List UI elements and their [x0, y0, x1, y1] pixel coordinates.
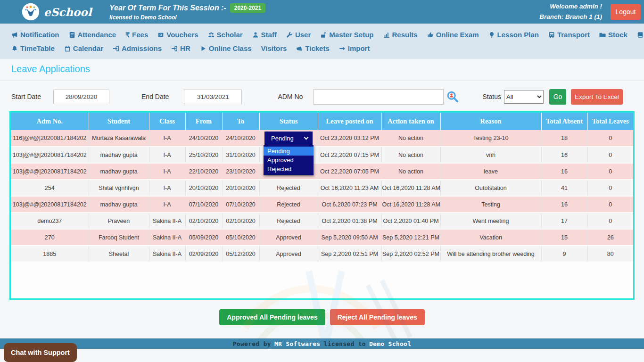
- nav-item-lesson-plan[interactable]: Lesson Plan: [488, 31, 539, 39]
- nav-item-label: Admissions: [122, 44, 162, 52]
- nav-item-timetable[interactable]: TimeTable: [11, 44, 55, 52]
- nav-item-master-setup[interactable]: Master Setup: [320, 31, 373, 39]
- nav-item-import[interactable]: Import: [339, 44, 370, 52]
- nav-item-scholar[interactable]: Scholar: [208, 31, 243, 39]
- leave-applications-table: Adm No.StudentClassFromToStatusLeave pos…: [11, 113, 633, 263]
- adm-no-label: ADM No: [278, 93, 303, 100]
- student-search-icon[interactable]: [446, 90, 459, 103]
- app-title: eSchool: [44, 6, 91, 18]
- status-option-pending[interactable]: Pending: [264, 147, 314, 156]
- nav-item-staff[interactable]: Staff: [252, 31, 277, 39]
- nav-item-vouchers[interactable]: Vouchers: [157, 31, 198, 39]
- cell-reason: Testing 23-10: [440, 130, 541, 147]
- cell-adm-no: demo237: [11, 213, 89, 229]
- nav-item-calendar[interactable]: Calendar: [64, 44, 103, 52]
- end-date-input[interactable]: [184, 90, 242, 104]
- cell-class: I-A: [149, 163, 185, 180]
- nav-item-transport[interactable]: Transport: [548, 31, 590, 39]
- status-filter-select[interactable]: All: [504, 90, 544, 104]
- column-header-total-absent: Total Absent: [541, 113, 587, 130]
- licensed-to-text: licensed to: [324, 340, 366, 347]
- leave-applications-table-container: Adm No.StudentClassFromToStatusLeave pos…: [9, 111, 635, 300]
- cell-class: I-A: [149, 196, 185, 213]
- cell-reason: Went meeting: [440, 213, 541, 229]
- nav-item-results[interactable]: Results: [383, 31, 418, 39]
- sign-in-icon: [113, 45, 119, 52]
- branch-text: Branch: Branch 1 (1): [539, 12, 602, 22]
- adm-no-input[interactable]: [314, 89, 444, 105]
- cell-total-leaves: 80: [587, 246, 633, 262]
- ticket-icon: [296, 45, 303, 52]
- nav-item-admissions[interactable]: Admissions: [113, 44, 162, 52]
- start-date-input[interactable]: [53, 90, 109, 104]
- nav-item-visitors[interactable]: Visitors: [261, 44, 287, 52]
- cell-action-taken-on: No action: [381, 130, 440, 147]
- play-icon: [200, 45, 206, 52]
- nav-item-stock[interactable]: Stock: [599, 31, 627, 39]
- welcome-block: Welcome admin ! Branch: Branch 1 (1): [539, 1, 602, 22]
- cell-from: 22/10/2020: [185, 163, 222, 180]
- table-row: 254Shital vgnhfvgnI-A20/10/202020/10/202…: [11, 180, 633, 196]
- nav-item-hr[interactable]: HR: [171, 44, 190, 52]
- export-to-excel-button[interactable]: Export To Excel: [571, 89, 623, 105]
- bell-icon: [11, 45, 18, 52]
- folder-icon: [599, 32, 606, 38]
- nav-item-label: Visitors: [261, 44, 287, 52]
- cell-reason: Testing: [440, 196, 541, 213]
- cell-action-taken-on: No action: [381, 163, 440, 180]
- table-header-row: Adm No.StudentClassFromToStatusLeave pos…: [11, 113, 633, 130]
- cell-status: Rejected: [259, 196, 318, 213]
- nav-item-tickets[interactable]: Tickets: [296, 44, 329, 52]
- nav-item-online-exam[interactable]: Online Exam: [427, 31, 479, 39]
- cell-class: I-A: [149, 180, 185, 196]
- cell-class: I-A: [149, 147, 185, 163]
- cell-total-absent: 16: [541, 163, 587, 180]
- nav-item-notification[interactable]: Notification: [11, 31, 59, 39]
- nav-item-label: Online Exam: [436, 31, 479, 39]
- approve-all-pending-button[interactable]: Approved All Pending leaves: [219, 309, 325, 325]
- column-header-status: Status: [259, 113, 318, 130]
- nav-item-fees[interactable]: ₹Fees: [125, 31, 148, 39]
- cell-status: Approved: [259, 229, 318, 246]
- nav-item-label: Tickets: [305, 44, 329, 52]
- cell-to: 24/10/2020: [222, 130, 259, 147]
- cell-student: Shital vgnhfvgn: [89, 180, 149, 196]
- app-header: eSchool Year Of Term For This Session :-…: [0, 0, 644, 24]
- cell-total-absent: 15: [541, 229, 587, 246]
- cell-reason: Vacation: [440, 229, 541, 246]
- status-select[interactable]: Pending: [264, 132, 313, 145]
- sign-in-icon: [171, 45, 178, 52]
- cell-to: 07/10/2020: [222, 196, 259, 213]
- status-select-value: Pending: [271, 135, 294, 142]
- status-option-rejected[interactable]: Rejected: [264, 165, 314, 173]
- column-header-total-leaves: Total Leaves: [587, 113, 633, 130]
- cell-to: 05/12/2020: [222, 246, 259, 262]
- table-row: 1885SheetalSakina II-A02/09/202005/12/20…: [11, 246, 633, 262]
- table-row: 103|@#@|20200817184202madhav guptaI-A22/…: [11, 163, 633, 180]
- column-header-reason: Reason: [440, 113, 541, 130]
- cell-from: 02/10/2020: [185, 213, 222, 229]
- nav-item-user[interactable]: User: [286, 31, 311, 39]
- nav-item-label: Lesson Plan: [497, 31, 539, 39]
- cell-to: 05/10/2020: [222, 229, 259, 246]
- cell-total-leaves: 0: [587, 180, 633, 196]
- nav-item-label: Staff: [261, 31, 277, 39]
- nav-item-label: User: [295, 31, 311, 39]
- megaphone-icon: [11, 32, 18, 38]
- title-band: Leave Applications: [0, 59, 644, 81]
- logout-button[interactable]: Logout: [611, 4, 641, 20]
- nav-item-label: Stock: [608, 31, 627, 39]
- chat-with-support-button[interactable]: Chat with Support: [4, 343, 77, 362]
- table-row: 103|@#@|20200817184202madhav guptaI-A07/…: [11, 196, 633, 213]
- rupee-icon: ₹: [125, 31, 130, 39]
- nav-item-library[interactable]: Library: [637, 31, 644, 39]
- logo: eSchool: [22, 3, 106, 21]
- status-option-approved[interactable]: Approved: [264, 156, 314, 165]
- cell-leave-posted-on: Oct 22,2020 07:05 PM: [318, 163, 381, 180]
- nav-item-online-class[interactable]: Online Class: [200, 44, 252, 52]
- cell-adm-no: 116|@#@|20200817184202: [11, 130, 89, 147]
- go-button[interactable]: Go: [549, 89, 566, 105]
- column-header-action-taken-on: Action taken on: [381, 113, 440, 130]
- nav-item-attendance[interactable]: Attendance: [69, 31, 116, 39]
- reject-all-pending-button[interactable]: Reject All Pending leaves: [330, 309, 425, 325]
